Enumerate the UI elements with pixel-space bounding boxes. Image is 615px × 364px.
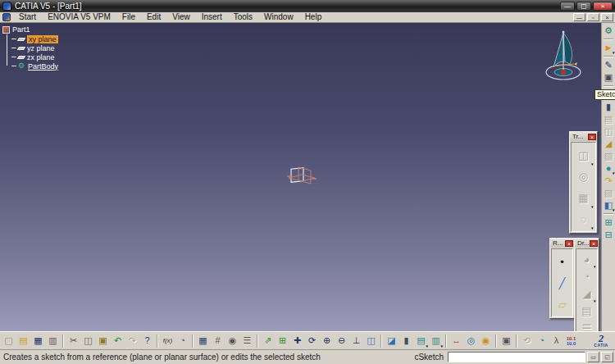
dropdown-arrow-icon[interactable]: ▾ bbox=[426, 344, 428, 348]
copy-icon[interactable]: ◫ bbox=[81, 334, 95, 348]
mdi-minimize-button[interactable]: — bbox=[573, 13, 585, 21]
multi-view-icon[interactable]: ◫ bbox=[364, 334, 378, 348]
print-icon[interactable]: ▥ bbox=[46, 334, 60, 348]
menu-tools[interactable]: Tools bbox=[228, 12, 258, 22]
pan-icon[interactable]: ✚ bbox=[290, 334, 304, 348]
fit-all-in-icon[interactable]: ⊞ bbox=[276, 334, 289, 348]
shading-with-edges-icon[interactable]: ▮ bbox=[399, 334, 413, 348]
hide-show-icon[interactable]: ▤▾ bbox=[414, 334, 428, 348]
measure-item-icon[interactable]: ◎ bbox=[464, 334, 478, 348]
plane-icon bbox=[17, 38, 25, 41]
tree-item-partbody[interactable]: ⚙PartBody bbox=[7, 61, 58, 71]
rules-list-icon[interactable]: ☰ bbox=[240, 334, 254, 348]
knowledge-inspector-icon[interactable]: ◉ bbox=[226, 334, 239, 348]
lock-update-icon[interactable]: ◉ bbox=[479, 334, 493, 348]
toolbar-title-bar[interactable]: Tr...× bbox=[570, 132, 597, 141]
groove-icon[interactable]: ↷ bbox=[603, 175, 615, 187]
surface-based-feature-icon[interactable]: ◧▾ bbox=[603, 199, 615, 212]
zoom-out-icon[interactable]: ⊖ bbox=[335, 334, 348, 348]
menu-file[interactable]: File bbox=[116, 12, 141, 22]
toolbar-close-icon[interactable]: × bbox=[588, 134, 596, 140]
units-icon[interactable]: 10.110.0 bbox=[564, 334, 578, 348]
normal-view-glyph: ⊥ bbox=[353, 336, 361, 345]
line-icon[interactable]: ╱ bbox=[554, 272, 572, 293]
open-folder-glyph: ▤ bbox=[19, 336, 27, 345]
manikin-icon[interactable]: λ bbox=[549, 334, 563, 348]
mdi-close-button[interactable]: × bbox=[601, 13, 613, 21]
formula-fx-glyph: f(x) bbox=[163, 338, 173, 344]
plane-icon[interactable]: ▱ bbox=[554, 293, 572, 315]
knowledge-base-icon[interactable]: ◔ bbox=[175, 334, 189, 348]
separator bbox=[604, 39, 613, 40]
close-button[interactable]: × bbox=[593, 2, 613, 11]
edge-fillet-icon: ◕▾ bbox=[578, 251, 596, 268]
relations-graph-icon[interactable]: # bbox=[211, 334, 225, 348]
origin-planes[interactable] bbox=[285, 162, 318, 193]
command-expand-button[interactable]: ◱ bbox=[601, 352, 613, 362]
pocket-icon[interactable]: ◢ bbox=[603, 138, 615, 150]
menu-insert[interactable]: Insert bbox=[196, 12, 228, 22]
menu-start[interactable]: Start bbox=[13, 12, 42, 22]
design-table-icon[interactable]: ▦ bbox=[196, 334, 210, 348]
positioned-sketch-icon[interactable]: ▣ bbox=[603, 71, 615, 84]
cut-icon[interactable]: ✂ bbox=[66, 334, 80, 348]
rotate-icon[interactable]: ⟳ bbox=[305, 334, 319, 348]
tree-item-yz-plane[interactable]: yz plane bbox=[7, 43, 58, 52]
command-input[interactable] bbox=[448, 352, 585, 362]
dropdown-arrow-icon[interactable]: ▾ bbox=[591, 225, 594, 230]
tree-item-zx-plane[interactable]: zx plane bbox=[7, 52, 58, 61]
world-clock-glyph: ◔ bbox=[539, 336, 544, 345]
paste-icon[interactable]: ▣ bbox=[96, 334, 110, 348]
zoom-in-icon[interactable]: ⊕ bbox=[320, 334, 334, 348]
dropdown-arrow-icon[interactable]: ▾ bbox=[613, 207, 615, 212]
normal-view-icon[interactable]: ⊥ bbox=[349, 334, 363, 348]
save-icon[interactable]: ▦ bbox=[31, 334, 45, 348]
menu-view[interactable]: View bbox=[166, 12, 196, 22]
undo-icon[interactable]: ↶ bbox=[111, 334, 125, 348]
maximize-button[interactable]: ▢ bbox=[576, 2, 591, 11]
select-arrow-icon[interactable]: ►▾ bbox=[603, 42, 615, 54]
workbench-part-design-icon[interactable]: ⚙ bbox=[603, 25, 615, 37]
point-icon[interactable]: • bbox=[554, 251, 572, 272]
rotate-glyph: ⟳ bbox=[308, 336, 316, 345]
isometric-view-icon[interactable]: ◪ bbox=[385, 334, 399, 348]
tree-root-part1[interactable]: Part1 bbox=[2, 25, 58, 34]
fly-mode-icon[interactable]: ⇗ bbox=[261, 334, 275, 348]
separator bbox=[157, 334, 158, 348]
planar-frame-icon[interactable]: ⊟ bbox=[603, 229, 615, 241]
scaling-glyph: ◌ bbox=[581, 214, 587, 225]
minimize-button[interactable]: — bbox=[560, 2, 575, 11]
command-history-button[interactable]: ▭ bbox=[587, 352, 599, 362]
3d-viewport[interactable]: Part1 xy planeyz planezx plane⚙PartBody bbox=[0, 23, 601, 331]
toolbar-title: Dr... bbox=[577, 239, 590, 247]
shaft-icon[interactable]: ●▾ bbox=[603, 162, 615, 175]
open-folder-icon[interactable]: ▤ bbox=[16, 334, 30, 348]
whats-this-help-icon[interactable]: ? bbox=[140, 334, 154, 348]
toolbar-close-icon[interactable]: × bbox=[565, 240, 573, 247]
instant-capture-icon[interactable]: ▣ bbox=[499, 334, 513, 348]
toolbar-title-bar[interactable]: Dr...× bbox=[575, 239, 599, 248]
menu-edit[interactable]: Edit bbox=[141, 12, 166, 22]
menu-help[interactable]: Help bbox=[299, 12, 328, 22]
tree-item-xy-plane[interactable]: xy plane bbox=[7, 34, 58, 43]
toolbar-title-bar[interactable]: R...× bbox=[550, 239, 574, 248]
3d-compass[interactable] bbox=[543, 26, 584, 82]
separator bbox=[445, 334, 447, 348]
new-document-icon[interactable]: ▢ bbox=[2, 334, 16, 348]
world-clock-icon[interactable]: ◔ bbox=[535, 334, 549, 348]
menu-window[interactable]: Window bbox=[258, 12, 299, 22]
mdi-restore-button[interactable]: ▫ bbox=[587, 13, 599, 21]
toolbar-close-icon[interactable]: × bbox=[590, 240, 598, 247]
axis-system-icon[interactable]: ⊞ bbox=[603, 216, 615, 229]
sketcher-icon[interactable]: ✎ bbox=[603, 59, 615, 71]
dropdown-arrow-icon[interactable]: ▾ bbox=[440, 344, 443, 348]
pad-icon[interactable]: ▮ bbox=[603, 101, 615, 113]
dropdown-arrow-icon[interactable]: ▾ bbox=[613, 50, 615, 55]
knowledge-base-glyph: ◔ bbox=[180, 336, 185, 345]
measure-between-icon[interactable]: ↔ bbox=[449, 334, 463, 348]
formula-fx-icon[interactable]: f(x) bbox=[161, 334, 175, 348]
swap-visible-space-icon[interactable]: ▥▾ bbox=[429, 334, 443, 348]
isometric-view-glyph: ◪ bbox=[387, 336, 395, 345]
multi-pad-icon: ◫ bbox=[603, 125, 615, 138]
menu-enovia-v5-vpm[interactable]: ENOVIA V5 VPM bbox=[42, 12, 116, 22]
